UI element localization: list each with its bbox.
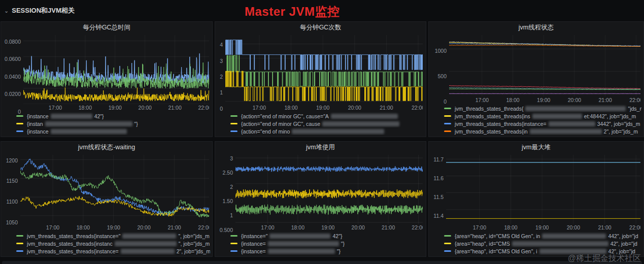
x-axis-label: 20:00 <box>352 224 365 230</box>
legend-text: jvm_threads_states_threads{ <box>455 106 523 112</box>
legend-text: jvm_threads_states_threads{instanc <box>27 241 113 247</box>
panel-title[interactable]: jvm线程状态 <box>429 22 643 33</box>
legend-item[interactable]: jvm_threads_states_threads{"jds_m <box>444 105 641 112</box>
legend-item[interactable]: {instance="42"} <box>230 232 424 240</box>
legend: {area="heap", id="CMS Old Gen", in442", … <box>429 232 643 256</box>
plot-area[interactable] <box>449 35 640 96</box>
legend-text: "} <box>337 248 341 254</box>
legend-text: {area="heap", id="CMS Old Gen", i <box>455 248 537 254</box>
legend-item[interactable]: jvm_threads_states_threads{inset:48442",… <box>444 112 641 120</box>
redacted-text <box>532 114 582 119</box>
x-axis: 17:0018:0019:0020:0021:0022:00 <box>449 96 640 104</box>
panel-title[interactable]: 每分钟GC总时间 <box>1 22 212 33</box>
y-axis-label: 3 <box>230 155 233 161</box>
legend-item[interactable]: {action="end of minor GC", cause="A <box>230 112 424 120</box>
y-axis-label: 1 <box>220 89 223 95</box>
legend-item[interactable]: {instance="} <box>230 240 424 247</box>
chart-canvas <box>446 155 640 224</box>
series-heap-yellow <box>235 189 423 199</box>
x-axis-label: 17:00 <box>261 224 274 230</box>
legend-item[interactable]: {area="heap", id="CMS Old Gen", in442", … <box>444 232 641 240</box>
y-axis-label: 0.0400 <box>5 74 21 80</box>
y-axis-label: 1000 <box>435 48 447 54</box>
plot-area[interactable] <box>23 35 209 104</box>
legend-item[interactable]: {area="heap", id="CMS42", job="jd <box>444 240 641 247</box>
y-axis: 0.50011.5022.503 <box>216 155 235 232</box>
legend-item[interactable]: jvm_threads_states_threads{instance=2", … <box>16 247 210 255</box>
legend-text: jvm_threads_states_threads{instance= <box>27 248 119 254</box>
legend-series-dash-icon <box>16 243 23 244</box>
plot-area[interactable] <box>20 155 209 224</box>
legend-item[interactable]: jvm_threads_states_threads{instance="", … <box>16 232 210 240</box>
legend-text: {action="end of minor GC", cause <box>241 121 320 127</box>
legend-text: 2", job="jds_m <box>604 128 638 135</box>
plot-area[interactable] <box>225 35 423 104</box>
x-axis-label: 19:00 <box>316 105 329 111</box>
legend-series-dash-icon <box>16 115 23 117</box>
x-axis-label: 18:00 <box>284 105 297 111</box>
row-collapse-toggle[interactable]: ⌄ SESSION和JVM相关 <box>4 6 75 15</box>
y-axis-label: 1150 <box>6 178 18 184</box>
row-title: SESSION和JVM相关 <box>12 6 75 15</box>
x-axis-label: 18:00 <box>79 105 92 111</box>
dashboard-header: ⌄ SESSION和JVM相关 Master JVM监控 <box>0 0 644 20</box>
chart-zone: 0.50011.5022.503 17:0018:0019:0020:0021:… <box>215 153 426 232</box>
legend-item[interactable]: {action="end of minor GC", cause <box>230 120 424 127</box>
legend-item[interactable]: {action="end of mino <box>230 127 424 135</box>
series-minor-gc-C <box>225 40 423 70</box>
x-axis-label: 19:00 <box>109 105 122 111</box>
panel-title[interactable]: jvm最大堆 <box>429 142 643 153</box>
x-axis-label: 20:00 <box>139 105 152 111</box>
x-axis-label: 18:00 <box>77 224 90 230</box>
legend-series-dash-icon <box>444 235 451 237</box>
x-axis-label: 18:00 <box>506 97 519 103</box>
plot-area[interactable] <box>446 155 640 224</box>
y-axis-label: 11.7 <box>433 156 444 162</box>
legend-series-dash-icon <box>16 250 23 252</box>
legend-text: 42", job="jd <box>611 241 637 247</box>
panel-grid: 每分钟GC总时间 00.02000.04000.06000.0800 17:00… <box>1 21 644 257</box>
redacted-text <box>512 241 608 246</box>
panel-title[interactable]: 每分钟GC次数 <box>215 22 426 33</box>
legend-series-dash-icon <box>444 130 451 132</box>
panel-jvm-max-heap: jvm最大堆 11.411.511.611.7 17:0018:0019:002… <box>428 141 644 257</box>
x-axis-label: 20:00 <box>567 224 580 230</box>
legend-text: "jds_m <box>628 106 641 112</box>
y-axis-label: 0.0600 <box>5 56 21 62</box>
legend-item[interactable]: jvm_threads_states_threads{instance=3442… <box>444 120 641 127</box>
y-axis-label: 4 <box>220 42 223 48</box>
redacted-text <box>525 106 626 111</box>
legend-text: {instance= <box>241 241 266 247</box>
legend-text: {instance <box>27 113 49 119</box>
redacted-text <box>269 234 330 239</box>
legend-item[interactable]: {instance42"} <box>16 112 210 120</box>
legend: jvm_threads_states_threads{instance="", … <box>1 232 212 256</box>
legend-item[interactable]: {instance <box>16 127 210 135</box>
legend-item[interactable]: jvm_threads_states_threads{in2", job="jd… <box>444 127 641 135</box>
legend-item[interactable]: {instance="} <box>230 247 424 255</box>
legend-item[interactable]: jvm_threads_states_threads{instanc", job… <box>16 240 210 247</box>
panel-title[interactable]: jvm线程状态-waiting <box>1 142 212 153</box>
y-axis-label: 1050 <box>6 219 18 225</box>
legend-text: {action="end of mino <box>241 128 290 135</box>
legend-text: {instance= <box>241 248 266 254</box>
x-axis-label: 21:00 <box>598 224 611 230</box>
legend-text: ", job="jds_m <box>178 233 209 239</box>
x-axis-label: 17:00 <box>473 224 486 230</box>
legend-text: jvm_threads_states_threads{instance=" <box>27 233 120 239</box>
legend: {instance42"}{instan"}{instance <box>1 112 212 137</box>
plot-area[interactable] <box>235 155 423 224</box>
panel-title[interactable]: jvm堆使用 <box>215 142 426 153</box>
y-axis-label: 0.500 <box>220 227 233 233</box>
legend-series-dash-icon <box>230 250 238 252</box>
x-axis-label: 21:00 <box>168 105 182 111</box>
legend-item[interactable]: {instan"} <box>16 120 210 127</box>
y-axis-label: 1 <box>230 212 233 218</box>
redacted-text <box>549 121 595 126</box>
x-axis-label: 19:00 <box>535 224 549 230</box>
legend-text: jvm_threads_states_threads{instance= <box>455 121 547 127</box>
x-axis-label: 18:00 <box>291 224 304 230</box>
legend-item[interactable]: {area="heap", id="CMS Old Gen", i42", jo… <box>444 247 641 255</box>
y-axis: 00.02000.04000.06000.0800 <box>2 35 23 112</box>
x-axis-label: 19:00 <box>537 97 550 103</box>
